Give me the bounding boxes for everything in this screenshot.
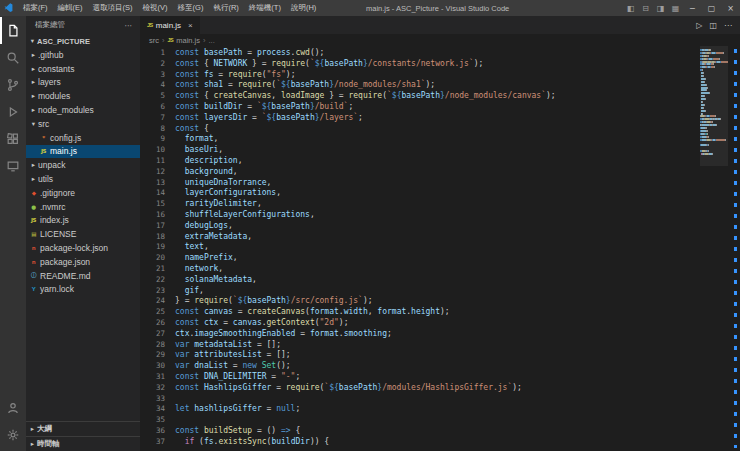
toggle-primary-sidebar-icon[interactable]: ◧	[623, 4, 638, 13]
overview-ruler[interactable]	[728, 46, 740, 451]
code-line-text: baseUri,	[175, 145, 223, 156]
config-icon: *	[39, 135, 48, 141]
search-icon[interactable]	[0, 44, 26, 71]
code-line: 24} = require(`${basePath}/src/config.js…	[140, 296, 700, 307]
close-button[interactable]: ×	[721, 0, 740, 16]
code-line-text: format,	[175, 134, 218, 145]
code-line: 30var dnaList = new Set();	[140, 361, 700, 372]
breadcrumb-item-1[interactable]: main.js	[176, 36, 200, 45]
explorer-actions-icon[interactable]: ⋯	[125, 21, 133, 30]
code-line-text: rarityDelimiter,	[175, 199, 262, 210]
tree-item-index.js[interactable]: JSindex.js	[26, 214, 140, 228]
sidebar-panel-0[interactable]: ▸大綱	[26, 421, 140, 436]
code-line: 18 extraMetadata,	[140, 232, 700, 243]
code-line: 11 description,	[140, 156, 700, 167]
tree-item-label: .github	[38, 50, 64, 60]
source-control-icon[interactable]	[0, 71, 26, 98]
code-line-text: description,	[175, 156, 242, 167]
js-icon: JS	[147, 22, 153, 28]
tree-item-.gitignore[interactable]: ◆.gitignore	[26, 186, 140, 200]
menu-item-4[interactable]: 移至(G)	[173, 0, 209, 16]
breadcrumb-item-0[interactable]: src	[149, 36, 159, 45]
toggle-secondary-sidebar-icon[interactable]: ◨	[653, 4, 668, 13]
tree-item-README.md[interactable]: ⓘREADME.md	[26, 269, 140, 283]
js-icon: JS	[168, 37, 174, 43]
line-number: 10	[140, 145, 175, 156]
tree-item-label: yarn.lock	[40, 284, 74, 294]
menu-item-3[interactable]: 檢視(V)	[138, 0, 173, 16]
window-title: main.js - ASC_Picture - Visual Studio Co…	[366, 0, 509, 16]
code-content[interactable]: 1const basePath = process.cwd();2const {…	[140, 46, 700, 451]
more-actions-icon[interactable]: ⋯	[724, 21, 732, 30]
line-number: 34	[140, 404, 175, 415]
code-line: 8const {	[140, 124, 700, 135]
tree-item-yarn.lock[interactable]: Yyarn.lock	[26, 283, 140, 297]
settings-icon[interactable]	[0, 421, 26, 448]
line-number: 31	[140, 372, 175, 383]
code-line: 36const buildSetup = () => {	[140, 426, 700, 437]
npm-icon: n	[29, 259, 38, 265]
menu-item-7[interactable]: 說明(H)	[286, 0, 321, 16]
code-line: 35	[140, 415, 700, 426]
tree-item-config.js[interactable]: *config.js	[26, 131, 140, 145]
code-line-text: const layersDir = `${basePath}/layers`;	[175, 113, 363, 124]
minimize-button[interactable]: ─	[683, 0, 702, 16]
tree-item-.nvmrc[interactable]: ●.nvmrc	[26, 200, 140, 214]
project-section-header[interactable]: ▾ ASC_PICTURE	[26, 34, 140, 48]
code-line: 37 if (fs.existsSync(buildDir)) {	[140, 437, 700, 448]
toggle-panel-icon[interactable]: ⊟	[638, 4, 653, 13]
tree-item-label: constants	[38, 64, 74, 74]
sidebar-panels: ▸大綱▸時間軸	[26, 421, 140, 451]
code-line-text: gif,	[175, 286, 204, 297]
split-editor-icon[interactable]: ◫	[709, 21, 717, 30]
close-icon[interactable]: ×	[188, 21, 193, 30]
menu-item-0[interactable]: 檔案(F)	[18, 0, 53, 16]
tree-item-constants[interactable]: ▸constants	[26, 62, 140, 76]
chevron-right-icon: ▸	[29, 175, 38, 183]
maximize-button[interactable]: ▢	[702, 0, 721, 16]
line-number: 25	[140, 307, 175, 318]
remote-explorer-icon[interactable]	[0, 152, 26, 179]
menu-item-2[interactable]: 選取項目(S)	[88, 0, 138, 16]
code-line-text: } = require(`${basePath}/src/config.js`)…	[175, 296, 373, 307]
chevron-right-icon: ▸	[28, 425, 37, 433]
code-line-text: if (fs.existsSync(buildDir)) {	[175, 437, 329, 448]
code-line: 1const basePath = process.cwd();	[140, 48, 700, 59]
code-line: 34let hashlipsGiffer = null;	[140, 404, 700, 415]
run-file-icon[interactable]: ▷	[696, 21, 702, 30]
run-debug-icon[interactable]	[0, 98, 26, 125]
tree-item-node_modules[interactable]: ▸node_modules	[26, 103, 140, 117]
sidebar-panel-1[interactable]: ▸時間軸	[26, 436, 140, 451]
tree-item-modules[interactable]: ▸modules	[26, 89, 140, 103]
tree-item-LICENSE[interactable]: ▤LICENSE	[26, 227, 140, 241]
explorer-icon[interactable]	[0, 17, 26, 44]
tab-label: main.js	[156, 21, 181, 30]
extensions-icon[interactable]	[0, 125, 26, 152]
customize-layout-icon[interactable]: ▦	[668, 4, 683, 13]
tree-item-src[interactable]: ▾src	[26, 117, 140, 131]
tree-item-label: unpack	[38, 160, 65, 170]
code-line: 27ctx.imageSmoothingEnabled = format.smo…	[140, 329, 700, 340]
explorer-title: 檔案總管	[35, 20, 65, 30]
menu-item-6[interactable]: 終端機(T)	[244, 0, 286, 16]
minimap[interactable]	[700, 46, 728, 451]
tree-item-package.json[interactable]: npackage.json	[26, 255, 140, 269]
account-icon[interactable]	[0, 394, 26, 421]
panel-label: 時間軸	[37, 439, 60, 449]
js-icon: JS	[39, 148, 48, 154]
tree-item-unpack[interactable]: ▸unpack	[26, 158, 140, 172]
line-number: 14	[140, 188, 175, 199]
tree-item-layers[interactable]: ▸layers	[26, 76, 140, 90]
vscode-logo-icon	[0, 0, 18, 16]
breadcrumb-item-2[interactable]: ...	[209, 36, 215, 45]
tab-main-js[interactable]: JS main.js ×	[140, 16, 200, 34]
tree-item-.github[interactable]: ▸.github	[26, 48, 140, 62]
line-number: 15	[140, 199, 175, 210]
tree-item-main.js[interactable]: JSmain.js	[26, 145, 140, 159]
code-line-text: const DNA_DELIMITER = "-";	[175, 372, 300, 383]
line-number: 9	[140, 134, 175, 145]
tree-item-package-lock.json[interactable]: npackage-lock.json	[26, 241, 140, 255]
tree-item-utils[interactable]: ▸utils	[26, 172, 140, 186]
menu-item-1[interactable]: 編輯(E)	[53, 0, 88, 16]
menu-item-5[interactable]: 執行(R)	[208, 0, 243, 16]
